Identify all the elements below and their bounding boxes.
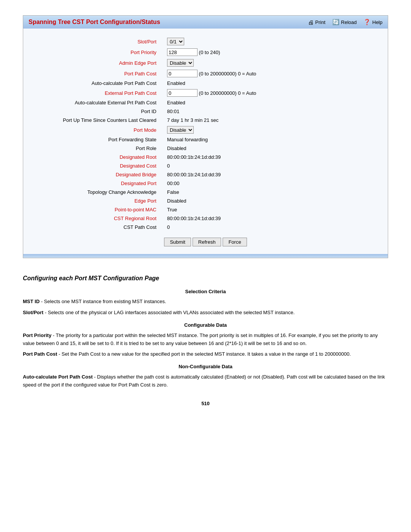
field-value: 80:00:00:1b:24:1d:dd:39	[164, 214, 376, 223]
field-value: Disabled	[164, 144, 376, 153]
doc-title: Configuring each Port MST Configuration …	[23, 273, 388, 283]
field-label: Port ID	[35, 107, 164, 116]
print-action[interactable]: 🖨 Print	[308, 19, 325, 26]
doc-section: Configuring each Port MST Configuration …	[23, 273, 388, 389]
field-label: Port Up Time Since Counters Last Cleared	[35, 116, 164, 125]
table-row: Port Path Cost (0 to 200000000) 0 = Auto	[35, 68, 376, 79]
doc-subheading: Non-Configurable Data	[23, 363, 388, 371]
reload-label: Reload	[341, 19, 357, 25]
field-static-value: 7 day 1 hr 3 min 21 sec	[167, 117, 218, 123]
doc-para: Auto-calculate Port Path Cost - Displays…	[23, 373, 388, 389]
field-label: CST Regional Root	[35, 214, 164, 223]
field-static-value: Enabled	[167, 80, 185, 86]
table-row: Slot/Port0/1	[35, 36, 376, 47]
field-value: 00:00	[164, 179, 376, 188]
table-row: Port RoleDisabled	[35, 144, 376, 153]
field-value: 80:00:00:1b:24:1d:dd:39	[164, 170, 376, 179]
field-label: Auto-calculate External Prt Path Cost	[35, 98, 164, 107]
table-row: Port Priority (0 to 240)	[35, 47, 376, 58]
table-row: Point-to-point MACTrue	[35, 205, 376, 214]
field-value: 7 day 1 hr 3 min 21 sec	[164, 116, 376, 125]
field-input[interactable]	[167, 70, 198, 77]
field-value: Manual forwarding	[164, 135, 376, 144]
doc-para-bold: Port Path Cost	[23, 351, 57, 357]
doc-para-bold: Auto-calculate Port Path Cost	[23, 374, 92, 380]
table-row: Topology Change AcknowledgeFalse	[35, 188, 376, 197]
field-label: Slot/Port	[35, 36, 164, 47]
field-select[interactable]: DisableEnable	[167, 126, 194, 134]
table-row: CST Path Cost0	[35, 223, 376, 232]
doc-para: Port Priority - The priority for a parti…	[23, 332, 388, 348]
panel-header: Spanning Tree CST Port Configuration/Sta…	[23, 16, 388, 29]
field-static-value: 80:00:00:1b:24:1d:dd:39	[167, 154, 221, 160]
field-value: 80:01	[164, 107, 376, 116]
doc-para-bold: MST ID	[23, 299, 40, 304]
field-input[interactable]	[167, 48, 198, 56]
field-static-value: 0	[167, 224, 170, 230]
reload-icon: 🔄	[332, 19, 339, 26]
button-row: Submit Refresh Force	[35, 238, 376, 246]
field-value: True	[164, 205, 376, 214]
field-value: Disabled	[164, 197, 376, 205]
panel-footer	[23, 254, 388, 258]
table-row: Designated Bridge80:00:00:1b:24:1d:dd:39	[35, 170, 376, 179]
field-static-value: Disabled	[167, 198, 186, 204]
config-table: Slot/Port0/1Port Priority (0 to 240)Admi…	[35, 36, 376, 232]
field-value[interactable]: DisableEnable	[164, 58, 376, 68]
table-row: Port Up Time Since Counters Last Cleared…	[35, 116, 376, 125]
field-label: External Port Path Cost	[35, 88, 164, 98]
page-number: 510	[23, 401, 388, 406]
table-row: Port ID80:01	[35, 107, 376, 116]
field-label: Port Forwarding State	[35, 135, 164, 144]
field-label: Designated Bridge	[35, 170, 164, 179]
field-label: Port Role	[35, 144, 164, 153]
table-row: Edge PortDisabled	[35, 197, 376, 205]
doc-subheading: Selection Criteria	[23, 288, 388, 296]
help-action[interactable]: ❓ Help	[363, 19, 382, 26]
field-label: Port Priority	[35, 47, 164, 58]
field-label: Edge Port	[35, 197, 164, 205]
field-label: Designated Cost	[35, 161, 164, 170]
table-row: Port Forwarding StateManual forwarding	[35, 135, 376, 144]
field-hint: (0 to 200000000) 0 = Auto	[198, 71, 256, 77]
field-input[interactable]	[167, 89, 198, 97]
field-static-value: Enabled	[167, 100, 185, 105]
panel-actions: 🖨 Print 🔄 Reload ❓ Help	[308, 19, 382, 26]
field-value[interactable]: (0 to 200000000) 0 = Auto	[164, 88, 376, 98]
field-static-value: False	[167, 189, 179, 195]
force-button[interactable]: Force	[223, 238, 247, 246]
doc-para: MST ID - Selects one MST instance from e…	[23, 298, 388, 306]
field-select[interactable]: DisableEnable	[167, 59, 194, 67]
field-label: Port Mode	[35, 125, 164, 135]
field-label: Port Path Cost	[35, 68, 164, 79]
field-label: Auto-calculate Port Path Cost	[35, 79, 164, 88]
table-row: External Port Path Cost (0 to 200000000)…	[35, 88, 376, 98]
help-label: Help	[372, 19, 382, 25]
field-static-value: Disabled	[167, 145, 186, 151]
submit-button[interactable]: Submit	[164, 238, 191, 246]
reload-action[interactable]: 🔄 Reload	[332, 19, 357, 26]
field-static-value: True	[167, 207, 177, 212]
field-value[interactable]: 0/1	[164, 36, 376, 47]
field-label: Designated Root	[35, 153, 164, 161]
field-label: Point-to-point MAC	[35, 205, 164, 214]
field-static-value: Manual forwarding	[167, 137, 208, 142]
doc-para-bold: Slot/Port	[23, 310, 43, 315]
field-label: Designated Port	[35, 179, 164, 188]
panel-title: Spanning Tree CST Port Configuration/Sta…	[29, 19, 160, 26]
table-row: Admin Edge PortDisableEnable	[35, 58, 376, 68]
field-value[interactable]: DisableEnable	[164, 125, 376, 135]
field-value[interactable]: (0 to 240)	[164, 47, 376, 58]
field-value: 0	[164, 223, 376, 232]
field-static-value: 80:00:00:1b:24:1d:dd:39	[167, 216, 221, 221]
field-select[interactable]: 0/1	[167, 38, 184, 45]
help-icon: ❓	[363, 19, 371, 26]
print-icon: 🖨	[308, 19, 314, 26]
field-value[interactable]: (0 to 200000000) 0 = Auto	[164, 68, 376, 79]
refresh-button[interactable]: Refresh	[193, 238, 221, 246]
field-value: Enabled	[164, 79, 376, 88]
field-value: Enabled	[164, 98, 376, 107]
doc-subheading: Configurable Data	[23, 321, 388, 329]
field-value: False	[164, 188, 376, 197]
field-hint: (0 to 200000000) 0 = Auto	[198, 90, 256, 96]
